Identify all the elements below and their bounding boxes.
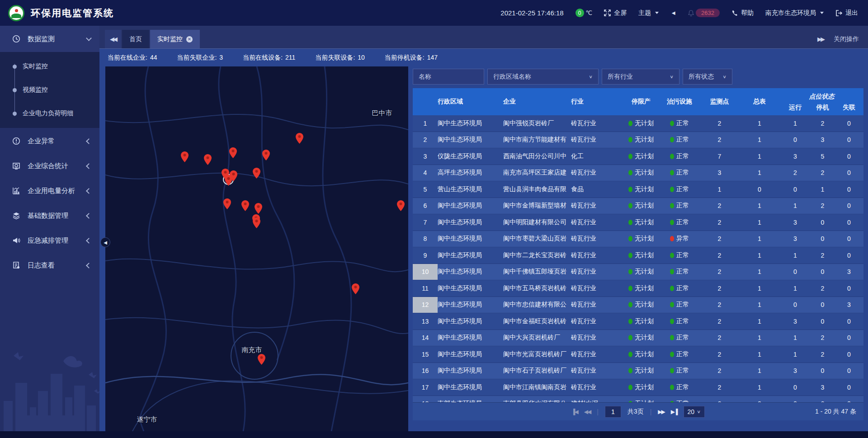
region-cell: 仪陇生态环境局 bbox=[438, 148, 503, 165]
row-index-cell: 10 bbox=[413, 264, 438, 280]
mute-speaker-icon[interactable]: ◄ bbox=[670, 9, 676, 16]
sidebar-collapse-toggle[interactable]: ◀ bbox=[100, 237, 110, 247]
map-pin-icon[interactable] bbox=[253, 168, 260, 179]
halted-count-cell: 0 bbox=[811, 363, 835, 379]
total-meter-cell: 1 bbox=[739, 379, 780, 396]
bottom-edge bbox=[0, 431, 868, 438]
col-header: 行政区域 bbox=[438, 88, 503, 115]
table-row[interactable]: 6阆中生态环境局阆中市金博瑞新型墙材砖瓦行业无计划正常21120 bbox=[413, 198, 863, 215]
pollution-facility-cell: 正常 bbox=[659, 214, 700, 231]
status-dot-green bbox=[670, 385, 674, 390]
last-page-button[interactable]: ▶▐ bbox=[671, 409, 677, 415]
sidebar-subitem-video-monitoring[interactable]: 视频监控 bbox=[0, 78, 99, 102]
status-text: 异常 bbox=[676, 235, 689, 243]
map-pin-icon[interactable] bbox=[253, 217, 260, 228]
close-operations-button[interactable]: 关闭操作 bbox=[834, 35, 859, 43]
next-page-button[interactable]: ▶▶ bbox=[658, 409, 664, 415]
sidebar-subitem-label: 视频监控 bbox=[23, 86, 48, 94]
table-row[interactable]: 18南部生态环境局南部县双华水泥有限公建材|水泥无计划正常60060 bbox=[413, 396, 863, 403]
tabs-scroll-right-button[interactable]: ▶▶ bbox=[817, 36, 824, 42]
page-size-select[interactable]: 20∨ bbox=[684, 406, 705, 418]
lost-count-cell: 0 bbox=[835, 165, 863, 181]
table-row[interactable]: 1阆中生态环境局阆中强锐页岩砖厂砖瓦行业无计划正常21120 bbox=[413, 115, 863, 132]
table-row[interactable]: 3仪陇生态环境局西南油气田分公司川中化工无计划正常71350 bbox=[413, 148, 863, 165]
table-row[interactable]: 11阆中生态环境局阆中市五马桥页岩机砖砖瓦行业无计划正常21120 bbox=[413, 280, 863, 297]
map-pin-icon[interactable] bbox=[255, 203, 262, 214]
tab-realtime[interactable]: 实时监控✕ bbox=[150, 30, 200, 48]
sidebar-item-emergency-reduction[interactable]: 应急减排管理 bbox=[0, 229, 99, 252]
total-meter-cell: 1 bbox=[739, 330, 780, 346]
lost-count-cell: 0 bbox=[835, 115, 863, 132]
theme-dropdown[interactable]: 主题 bbox=[638, 9, 659, 17]
table-row[interactable]: 15阆中生态环境局阆中市光富页岩机砖厂砖瓦行业无计划正常21120 bbox=[413, 346, 863, 363]
region-select[interactable]: 行政区域名称∨ bbox=[487, 69, 599, 85]
org-dropdown[interactable]: 南充市生态环境局 bbox=[765, 9, 824, 17]
stop-limit-cell: 无计划 bbox=[623, 132, 659, 148]
table-row[interactable]: 5营山生态环境局营山县润丰肉食品有限食品无计划正常10010 bbox=[413, 181, 863, 198]
page-number-input[interactable] bbox=[605, 406, 621, 418]
pollution-facility-cell: 正常 bbox=[659, 247, 700, 264]
sidebar-item-enterprise-abnormal[interactable]: 企业异常 bbox=[0, 129, 99, 153]
stat-label: 当前失联设备: bbox=[315, 54, 355, 62]
sidebar-subitem-realtime-monitoring[interactable]: 实时监控 bbox=[0, 55, 99, 78]
running-count-cell: 0 bbox=[780, 264, 811, 280]
sidebar-item-data-monitoring[interactable]: 数据监测 bbox=[0, 26, 99, 52]
table-row[interactable]: 12阆中生态环境局阆中市忠信建材有限公砖瓦行业无计划正常21003 bbox=[413, 297, 863, 314]
map-pin-icon[interactable] bbox=[204, 154, 212, 165]
notification-badge[interactable]: 2632 bbox=[688, 9, 720, 17]
table-row[interactable]: 13阆中生态环境局阆中市金福旺页岩机砖砖瓦行业无计划正常21300 bbox=[413, 313, 863, 330]
row-index-cell: 15 bbox=[413, 346, 438, 363]
logout-button[interactable]: 退出 bbox=[835, 9, 858, 17]
map-pin-icon[interactable] bbox=[397, 200, 405, 211]
industry-select[interactable]: 所有行业∨ bbox=[602, 69, 679, 85]
status-dot-green bbox=[628, 302, 632, 307]
monitor-points-cell: 2 bbox=[700, 214, 739, 231]
sidebar-item-base-data-management[interactable]: 基础数据管理 bbox=[0, 204, 99, 227]
table-row[interactable]: 14阆中生态环境局阆中大兴页岩机砖厂砖瓦行业无计划正常21120 bbox=[413, 330, 863, 347]
status-select[interactable]: 所有状态∨ bbox=[683, 69, 732, 85]
map-pin-icon[interactable] bbox=[229, 147, 237, 158]
tab-home[interactable]: 首页 bbox=[122, 30, 149, 48]
map-pin-icon[interactable] bbox=[241, 200, 249, 211]
stat-label: 当前失联企业: bbox=[177, 54, 217, 62]
sidebar-item-enterprise-statistics[interactable]: 企业综合统计 bbox=[0, 154, 99, 178]
tabs-scroll-left-button[interactable]: ◀◀ bbox=[105, 30, 121, 48]
table-row[interactable]: 7阆中生态环境局阆中明阳建材有限公司砖瓦行业无计划正常21300 bbox=[413, 214, 863, 231]
map-panel[interactable]: 巴中市南充市遂宁市 ◀ bbox=[105, 66, 408, 431]
sidebar-item-log-view[interactable]: 日志查看 bbox=[0, 254, 99, 277]
table-row[interactable]: 8阆中生态环境局阆中市枣碧大梁山页岩砖瓦行业无计划异常21300 bbox=[413, 231, 863, 248]
map-pin-icon[interactable] bbox=[296, 133, 303, 144]
name-search-input[interactable]: 名称 bbox=[413, 69, 484, 85]
map-pin-icon[interactable] bbox=[225, 175, 232, 186]
table-row[interactable]: 17阆中生态环境局阆中市江南镇阆南页岩砖瓦行业无计划正常21030 bbox=[413, 379, 863, 396]
map-pin-icon[interactable] bbox=[181, 151, 189, 162]
table-row[interactable]: 9阆中生态环境局阆中市二龙长宝页岩砖砖瓦行业无计划正常21120 bbox=[413, 247, 863, 264]
lost-count-cell: 0 bbox=[835, 132, 863, 148]
total-meter-cell: 1 bbox=[739, 247, 780, 264]
total-meter-cell: 1 bbox=[739, 165, 780, 181]
status-dot-red bbox=[670, 236, 674, 241]
first-page-button[interactable]: ▐◀ bbox=[571, 409, 578, 415]
map-pin-icon[interactable] bbox=[258, 354, 265, 365]
table-row[interactable]: 2阆中生态环境局阆中市南方节能建材有砖瓦行业无计划正常21030 bbox=[413, 132, 863, 149]
table-row[interactable]: 4高坪生态环境局南充市高坪区王家店建砖瓦行业无计划正常31220 bbox=[413, 165, 863, 182]
help-button[interactable]: 帮助 bbox=[731, 9, 754, 17]
table-row[interactable]: 10阆中生态环境局阆中千佛镇五郎垭页岩砖瓦行业无计划正常21003 bbox=[413, 264, 863, 281]
monitor-points-cell: 2 bbox=[700, 330, 739, 346]
previous-page-button[interactable]: ◀◀ bbox=[584, 409, 590, 415]
status-dot-green bbox=[670, 335, 674, 340]
sidebar-item-power-usage-analysis[interactable]: 企业用电量分析 bbox=[0, 179, 99, 203]
fullscreen-button[interactable]: 全屏 bbox=[604, 9, 627, 17]
map-pin-icon[interactable] bbox=[352, 283, 359, 294]
halted-count-cell: 2 bbox=[811, 346, 835, 363]
map-pin-icon[interactable] bbox=[262, 150, 270, 160]
region-cell: 阆中生态环境局 bbox=[438, 231, 503, 247]
halted-count-cell: 2 bbox=[811, 280, 835, 297]
map-pin-icon[interactable] bbox=[223, 198, 231, 209]
enterprise-cell: 南充市高坪区王家店建 bbox=[503, 165, 571, 181]
tab-close-icon[interactable]: ✕ bbox=[186, 36, 193, 42]
stat-value: 10 bbox=[358, 54, 365, 62]
sidebar-subitem-power-load-detail[interactable]: 企业电力负荷明细 bbox=[0, 102, 99, 125]
table-row[interactable]: 16阆中生态环境局阆中市石子页岩机砖厂砖瓦行业无计划正常21300 bbox=[413, 363, 863, 380]
pollution-facility-cell: 异常 bbox=[659, 231, 700, 247]
